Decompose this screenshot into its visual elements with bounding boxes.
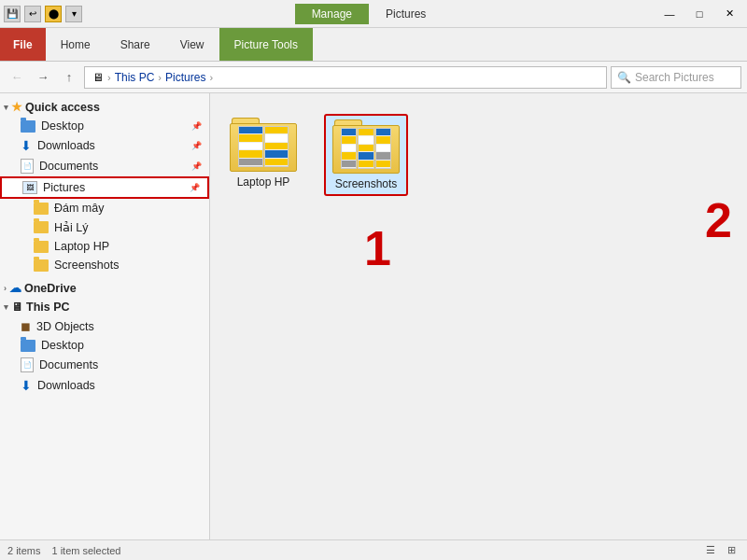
- pc-icon: 🖥: [11, 301, 23, 314]
- folder-screenshots[interactable]: Screenshots: [324, 114, 408, 196]
- folder-icon-dam-may: [34, 203, 49, 215]
- laptop-hp-label: Laptop HP: [54, 240, 109, 253]
- address-pc-icon: 🖥: [92, 71, 104, 84]
- chevron-right-icon: ›: [4, 284, 7, 293]
- tab-home[interactable]: Home: [46, 28, 106, 61]
- sidebar-item-hai-ly[interactable]: Hải Lý: [0, 217, 209, 237]
- pictures-label: Pictures: [43, 181, 85, 194]
- annotation-1: 1: [364, 224, 391, 273]
- list-view-button[interactable]: ☰: [702, 542, 719, 559]
- title-bar: 💾 ↩ ⬤ ▾ Manage Pictures — □ ✕: [0, 0, 747, 28]
- pin-icon-doc: 📌: [191, 161, 202, 171]
- tab-file[interactable]: File: [0, 28, 46, 61]
- sidebar-item-screenshots[interactable]: Screenshots: [0, 256, 209, 274]
- tab-share[interactable]: Share: [106, 28, 165, 61]
- downloads-label: Downloads: [37, 139, 95, 152]
- onedrive-label: OneDrive: [24, 282, 77, 295]
- quick-access-header[interactable]: ▾ ★ Quick access: [0, 97, 209, 117]
- dropdown-icon[interactable]: ▾: [65, 6, 82, 22]
- cloud-icon: ☁: [9, 281, 21, 295]
- folder-laptop-hp[interactable]: Laptop HP: [221, 114, 305, 192]
- view-controls: ☰ ⊞: [702, 542, 740, 559]
- back-button: ←: [6, 66, 28, 89]
- tab-picture-tools[interactable]: Picture Tools: [219, 28, 313, 61]
- undo-icon[interactable]: ↩: [24, 6, 41, 22]
- onedrive-header[interactable]: › ☁ OneDrive: [0, 278, 209, 298]
- doc-icon-pc: 📄: [21, 357, 34, 372]
- sidebar: ▾ ★ Quick access Desktop 📌 ⬇ Downloads 📌…: [0, 93, 210, 539]
- quick-access-label: Quick access: [25, 101, 100, 114]
- dam-may-label: Đám mây: [54, 202, 104, 215]
- status-bar: 2 items 1 item selected ☰ ⊞: [0, 539, 747, 560]
- sidebar-item-dam-may[interactable]: Đám mây: [0, 199, 209, 217]
- folder-screenshots-icon: [332, 119, 400, 174]
- sidebar-item-documents[interactable]: 📄 Documents 📌: [0, 156, 209, 176]
- folder-blue-icon: [21, 120, 35, 133]
- pin-icon: 📌: [191, 121, 202, 131]
- grid-view-button[interactable]: ⊞: [723, 542, 740, 559]
- screenshots-label: Screenshots: [54, 259, 119, 272]
- content-area: Laptop HP: [210, 93, 747, 539]
- desktop-pc-label: Desktop: [41, 339, 84, 352]
- pictures-icon: 🖼: [22, 181, 37, 194]
- folder-blue-icon-desk: [21, 340, 35, 352]
- properties-icon[interactable]: ⬤: [45, 6, 62, 22]
- hai-ly-label: Hải Lý: [54, 220, 88, 234]
- folder-laptop-hp-icon: [230, 118, 297, 172]
- folder-laptop-hp-label: Laptop HP: [237, 175, 290, 189]
- downloads-pc-label: Downloads: [37, 379, 95, 392]
- close-button[interactable]: ✕: [715, 5, 743, 23]
- address-pictures[interactable]: Pictures: [165, 71, 205, 84]
- pictures-title: Pictures: [369, 4, 443, 24]
- folder-icon-laptop-hp: [34, 241, 49, 253]
- sidebar-item-desktop[interactable]: Desktop 📌: [0, 117, 209, 135]
- folder-icon-screenshots: [34, 259, 49, 272]
- title-tabs: Manage Pictures: [82, 4, 655, 24]
- sidebar-item-laptop-hp[interactable]: Laptop HP: [0, 237, 209, 256]
- thispc-header[interactable]: ▾ 🖥 This PC: [0, 298, 209, 316]
- minimize-button[interactable]: —: [655, 5, 684, 23]
- desktop-label: Desktop: [41, 119, 84, 133]
- maximize-button[interactable]: □: [685, 5, 713, 23]
- pin-icon-pic: 📌: [190, 183, 200, 192]
- address-this-pc[interactable]: This PC: [115, 71, 155, 84]
- ribbon: File Home Share View Picture Tools: [0, 28, 747, 62]
- sidebar-item-desktop-pc[interactable]: Desktop: [0, 336, 209, 355]
- sidebar-item-pictures[interactable]: 🖼 Pictures 📌: [0, 176, 209, 199]
- folder-icon-hai-ly: [34, 221, 49, 233]
- annotation-2: 2: [705, 196, 732, 245]
- item-count: 2 items: [7, 545, 40, 556]
- manage-tab[interactable]: Manage: [295, 4, 369, 24]
- 3dobjects-label: 3D Objects: [36, 320, 94, 333]
- documents-icon: 📄: [21, 159, 34, 174]
- search-placeholder: Search Pictures: [635, 71, 714, 84]
- documents-pc-label: Documents: [39, 358, 98, 371]
- download-icon-pc: ⬇: [21, 378, 32, 393]
- tab-view[interactable]: View: [165, 28, 219, 61]
- address-bar[interactable]: 🖥 › This PC › Pictures ›: [84, 66, 607, 89]
- sidebar-item-downloads[interactable]: ⬇ Downloads 📌: [0, 135, 209, 156]
- documents-label: Documents: [39, 160, 98, 173]
- folder-screenshots-label: Screenshots: [335, 177, 398, 190]
- search-bar[interactable]: 🔍 Search Pictures: [611, 66, 741, 89]
- quick-save-icon[interactable]: 💾: [4, 6, 21, 22]
- box-icon: ◼: [21, 319, 31, 333]
- selected-info: 1 item selected: [51, 545, 120, 556]
- quick-access-toolbar: 💾 ↩ ⬤ ▾: [4, 6, 82, 22]
- search-icon: 🔍: [617, 71, 631, 84]
- nav-bar: ← → ↑ 🖥 › This PC › Pictures › 🔍 Search …: [0, 62, 747, 93]
- sidebar-item-downloads-pc[interactable]: ⬇ Downloads: [0, 375, 209, 396]
- download-icon: ⬇: [21, 138, 32, 153]
- chevron-down-icon: ▾: [4, 103, 8, 112]
- chevron-down-icon-pc: ▾: [4, 302, 8, 312]
- window-controls: — □ ✕: [655, 5, 743, 23]
- main-layout: ▾ ★ Quick access Desktop 📌 ⬇ Downloads 📌…: [0, 93, 747, 539]
- sidebar-item-documents-pc[interactable]: 📄 Documents: [0, 355, 209, 375]
- star-icon: ★: [11, 100, 22, 114]
- up-button[interactable]: ↑: [58, 66, 80, 89]
- forward-button[interactable]: →: [32, 66, 54, 89]
- pin-icon-dl: 📌: [191, 141, 202, 150]
- sidebar-item-3dobjects[interactable]: ◼ 3D Objects: [0, 316, 209, 336]
- thispc-label: This PC: [26, 301, 70, 314]
